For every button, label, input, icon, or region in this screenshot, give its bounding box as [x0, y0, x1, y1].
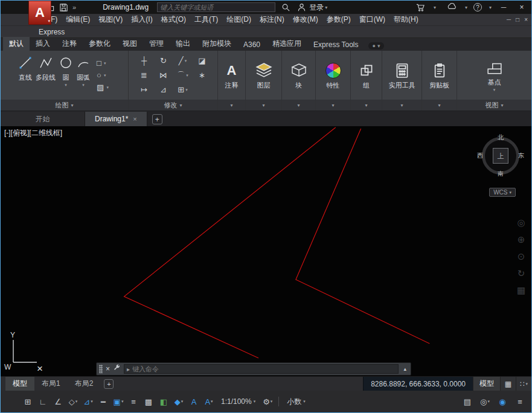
command-close-icon[interactable]: ×: [106, 365, 110, 373]
a360-share-button[interactable]: [447, 2, 458, 13]
snap-mode-icon[interactable]: ⊞: [21, 395, 34, 408]
command-line[interactable]: × ▸ ▴: [96, 362, 411, 376]
close-button[interactable]: ×: [516, 3, 528, 11]
scale-icon[interactable]: ⊿: [160, 85, 167, 94]
ribbon-tab[interactable]: 精选应用: [266, 37, 307, 51]
ribbon-tab[interactable]: Express Tools: [307, 39, 364, 51]
lineweight-icon[interactable]: ━: [97, 395, 110, 408]
ribbon-tab[interactable]: 附加模块: [196, 37, 237, 51]
model-space-toggle[interactable]: 模型: [473, 377, 500, 391]
isolate-objects-icon[interactable]: ◎ ▾: [478, 395, 492, 408]
clipboard-panel-footer[interactable]: ▾: [422, 100, 457, 110]
utilities-panel-footer[interactable]: ▾: [382, 100, 421, 110]
view-panel-footer[interactable]: 视图 ▾: [457, 100, 531, 110]
clipboard-button[interactable]: 剪贴板: [429, 60, 450, 91]
mirror-icon[interactable]: ⋈: [159, 71, 167, 80]
arc-button[interactable]: 圆弧 ▾: [75, 52, 91, 98]
command-customize-button[interactable]: [113, 364, 121, 374]
explode-icon[interactable]: ∗: [199, 71, 205, 80]
layers-button[interactable]: 图层: [255, 60, 273, 91]
ellipse-tool-icon[interactable]: ○ ▾: [94, 70, 111, 80]
recent-commands-button[interactable]: ▴: [402, 366, 408, 372]
ribbon-tab[interactable]: A360: [237, 39, 266, 51]
ribbon-tab[interactable]: 输出: [170, 37, 196, 51]
start-tab[interactable]: 开始: [1, 112, 85, 126]
menu-item[interactable]: 工具(T): [190, 14, 222, 25]
draw-panel-footer[interactable]: 绘图 ▾: [1, 100, 128, 110]
properties-button[interactable]: 特性: [325, 60, 342, 91]
ribbon-tab[interactable]: 插入: [30, 37, 56, 51]
copy-icon[interactable]: ≣: [141, 71, 147, 80]
circle-button[interactable]: 圆 ▾: [58, 52, 74, 98]
polar-tracking-icon[interactable]: ∠: [51, 395, 65, 408]
ribbon-tab[interactable]: 注释: [56, 37, 83, 51]
customization-icon[interactable]: ≡: [513, 395, 527, 408]
pan-icon[interactable]: ⊕: [518, 235, 525, 244]
annotate-panel-footer[interactable]: ▾: [218, 100, 245, 110]
hatch-tool-icon[interactable]: ▨ ▾: [94, 82, 111, 92]
menu-item-express[interactable]: Express: [34, 26, 69, 37]
ribbon-tab[interactable]: 管理: [143, 37, 170, 51]
workspace-switch-button[interactable]: ⚙ ▾: [261, 395, 274, 408]
layers-panel-footer[interactable]: ▾: [246, 100, 281, 110]
trim-icon[interactable]: ╱ ▾: [179, 56, 187, 65]
orbit-icon[interactable]: ↻: [518, 269, 525, 278]
snap-toggle-button[interactable]: ∷▾: [516, 377, 531, 391]
navigation-wheel-icon[interactable]: ◎: [517, 218, 525, 227]
doc-restore-button[interactable]: □: [516, 16, 519, 23]
store-button[interactable]: [415, 2, 426, 13]
qat-more-button[interactable]: »: [72, 4, 76, 11]
compass-east-label[interactable]: 东: [518, 152, 524, 160]
viewcube-compass[interactable]: 北 南 西 东 上: [479, 135, 522, 177]
viewport-controls-label[interactable]: [-][俯视][二维线框]: [4, 128, 62, 138]
units-button[interactable]: 小数 ▾: [283, 395, 309, 408]
rectangle-tool-icon[interactable]: □ ▾: [94, 58, 111, 68]
osnap-tracking-icon[interactable]: ⊿ ▾: [82, 395, 95, 408]
transparency-icon[interactable]: ≡: [127, 395, 140, 408]
showmotion-icon[interactable]: ▦: [517, 286, 525, 295]
annotation-visibility-icon[interactable]: A: [187, 395, 200, 408]
menu-item[interactable]: 插入(I): [127, 14, 156, 25]
zoom-icon[interactable]: ⊙: [518, 252, 525, 261]
save-button[interactable]: [59, 2, 69, 13]
drawing-canvas[interactable]: [-][俯视][二维线框] 北 南 西 东 上 WCS ▾ ◎⊕⊙↻▦ Y W …: [1, 126, 531, 376]
ribbon-display-toggle[interactable]: ● ▾: [368, 42, 385, 50]
drawing-tab[interactable]: Drawing1* ×: [85, 112, 147, 126]
block-panel-footer[interactable]: ▾: [282, 100, 315, 110]
tab-layout1[interactable]: 布局1: [34, 377, 68, 391]
graphics-performance-icon[interactable]: ◉: [496, 395, 509, 408]
new-drawing-tab-button[interactable]: +: [152, 114, 162, 124]
properties-panel-footer[interactable]: ▾: [316, 100, 350, 110]
compass-west-label[interactable]: 西: [477, 152, 483, 160]
polyline-button[interactable]: 多段线: [35, 52, 56, 98]
dynamic-ucs-icon[interactable]: ◧: [157, 395, 170, 408]
utilities-button[interactable]: 实用工具: [388, 60, 416, 91]
minimize-button[interactable]: ─: [498, 3, 510, 11]
command-input[interactable]: [132, 365, 396, 373]
wcs-selector[interactable]: WCS ▾: [489, 188, 516, 197]
app-menu-button[interactable]: A ▾: [28, 1, 51, 25]
block-button[interactable]: 块: [290, 60, 307, 91]
hatch-display-icon[interactable]: ▩: [142, 395, 155, 408]
erase-icon[interactable]: ◪: [198, 56, 205, 65]
ribbon-tab[interactable]: 视图: [117, 37, 143, 51]
fillet-icon[interactable]: ⌒ ▾: [177, 70, 188, 81]
close-tab-icon[interactable]: ×: [133, 115, 136, 123]
group-button[interactable]: 组: [359, 60, 374, 91]
doc-minimize-button[interactable]: ─: [507, 16, 511, 23]
menu-item[interactable]: 格式(O): [157, 14, 190, 25]
menu-item[interactable]: 窗口(W): [355, 14, 389, 25]
compass-south-label[interactable]: 南: [498, 170, 504, 178]
compass-north-label[interactable]: 北: [498, 133, 504, 142]
command-drag-handle[interactable]: [99, 365, 103, 373]
search-button[interactable]: [280, 2, 291, 13]
tab-layout2[interactable]: 布局2: [68, 377, 101, 391]
doc-close-button[interactable]: ×: [524, 16, 528, 23]
menu-item[interactable]: 视图(V): [94, 14, 127, 25]
ribbon-tab[interactable]: 默认: [3, 37, 30, 51]
signin-label[interactable]: 登录: [309, 2, 324, 13]
quickcalc-icon[interactable]: ▤: [461, 395, 474, 408]
rotate-icon[interactable]: ↻: [160, 56, 167, 65]
line-button[interactable]: 直线: [18, 52, 33, 98]
signin-button[interactable]: [296, 2, 307, 13]
